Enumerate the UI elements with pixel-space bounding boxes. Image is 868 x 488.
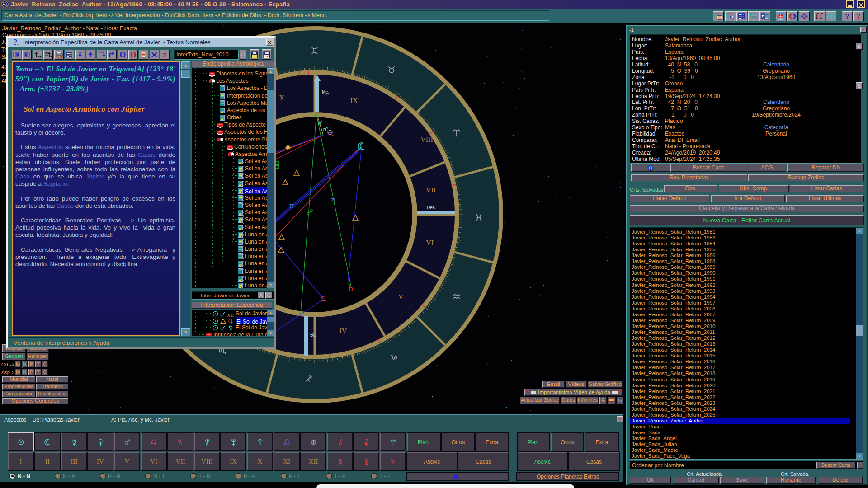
svg-text:?: ? xyxy=(856,13,861,20)
svg-text:Mc.: Mc. xyxy=(322,89,329,94)
svg-text:π: π xyxy=(331,196,335,203)
svg-text:π: π xyxy=(289,202,294,209)
svg-text:IX: IX xyxy=(350,97,358,104)
svg-text:?: ? xyxy=(162,51,166,58)
svg-text:Des.: Des. xyxy=(427,205,436,210)
svg-text:X: X xyxy=(279,94,284,102)
svg-text:?: ? xyxy=(14,38,18,47)
svg-text:VIII: VIII xyxy=(420,136,433,143)
svg-text:V: V xyxy=(398,293,404,301)
svg-text:VII: VII xyxy=(426,186,436,194)
svg-text:IV: IV xyxy=(340,327,347,335)
svg-text:?: ? xyxy=(845,13,849,20)
svg-text:Bc.: Bc. xyxy=(310,333,316,338)
svg-text:VI: VI xyxy=(426,239,434,247)
svg-text:ASP: ASP xyxy=(778,18,783,20)
